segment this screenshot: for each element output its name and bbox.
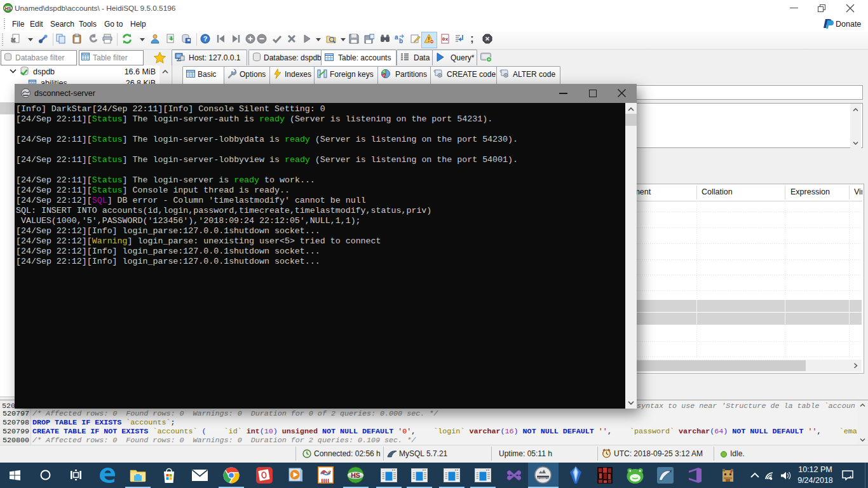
svg-text:b: b — [399, 37, 403, 44]
svg-text:0x: 0x — [442, 36, 449, 42]
svg-text:▌▌▌▌: ▌▌▌▌ — [322, 478, 330, 483]
svg-text:HS: HS — [351, 471, 360, 479]
svg-text:DARKSTAR: DARKSTAR — [537, 477, 549, 480]
svg-text:?: ? — [203, 35, 208, 43]
svg-text:a: a — [395, 34, 398, 41]
svg-text:HS: HS — [5, 6, 11, 11]
